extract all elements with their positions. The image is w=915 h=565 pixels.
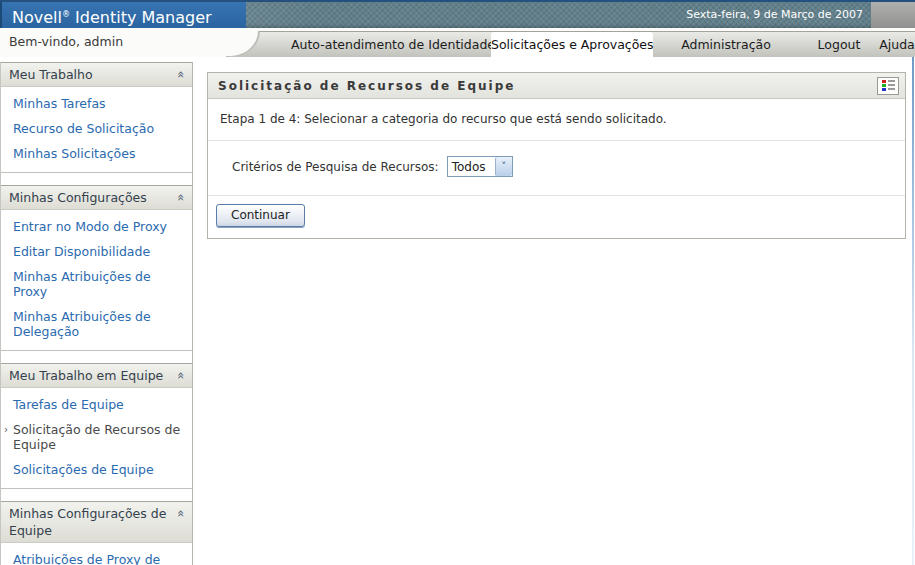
sidebar-item-my-tasks[interactable]: Minhas Tarefas [1,91,192,116]
tab-logout[interactable]: Logout [811,32,867,58]
welcome-message: Bem-vindo, admin [9,34,123,49]
current-date: Sexta-feira, 9 de Março de 2007 [686,8,863,21]
page: Novell® Identity Manager Sexta-feira, 9 … [0,0,915,565]
product-name: Identity Manager [75,8,212,27]
sidebar-header-my-team-work[interactable]: Meu Trabalho em Equipe « [1,363,192,388]
criteria-label: Critérios de Pesquisa de Recursos: [232,160,439,174]
sidebar-header-my-settings[interactable]: Minhas Configurações « [1,185,192,210]
top-header-bar: Novell® Identity Manager Sexta-feira, 9 … [0,0,915,28]
sidebar-header-my-team-settings[interactable]: Minhas Configurações de Equipe « [1,501,192,543]
team-resource-request-portlet: Solicitação de Recursos de Equipe Etapa … [207,72,906,239]
continue-button[interactable]: Continuar [216,204,305,227]
select-current-value: Todos [448,157,495,176]
sidebar-section-my-settings: Minhas Configurações « Entrar no Modo de… [1,185,192,351]
sidebar-item-team-tasks[interactable]: Tarefas de Equipe [1,392,192,417]
novell-logo: Novell® Identity Manager [0,2,246,28]
sidebar-header-my-work[interactable]: Meu Trabalho « [1,62,192,87]
collapse-chevron-icon[interactable]: « [175,71,190,79]
section-title: Minhas Configurações de Equipe [9,505,178,539]
sidebar-section-my-team-settings: Minhas Configurações de Equipe « Atribui… [1,501,192,565]
sidebar-section-my-team-work: Meu Trabalho em Equipe « Tarefas de Equi… [1,363,192,489]
resource-search-criteria-select[interactable]: Todos ˅ [447,156,513,177]
sidebar-item-my-proxy-assignments[interactable]: Minhas Atribuições de Proxy [1,264,192,304]
sidebar-item-enter-proxy-mode[interactable]: Entrar no Modo de Proxy [1,214,192,239]
portlet-grid-icon-glyph [882,80,895,91]
criteria-row: Critérios de Pesquisa de Recursos: Todos… [208,141,905,195]
sidebar-item-label: Solicitação de Recursos de Equipe [13,422,180,452]
sidebar-item-edit-availability[interactable]: Editar Disponibilidade [1,239,192,264]
brand-name: Novell [12,8,62,27]
section-title: Meu Trabalho [9,66,93,83]
actions-row: Continuar [208,195,905,238]
tab-requests-approvals[interactable]: Solicitações e Aprovações [491,32,653,58]
wizard-step-text: Etapa 1 de 4: Selecionar a categoria do … [208,99,905,141]
header-right-gray-block [871,2,915,28]
tab-administration[interactable]: Administração [671,32,781,58]
sidebar-item-team-requests[interactable]: Solicitações de Equipe [1,457,192,482]
section-title: Minhas Configurações [9,189,147,206]
sidebar-item-my-delegation-assignments[interactable]: Minhas Atribuições de Delegação [1,304,192,344]
sidebar-item-team-resource-request-current[interactable]: › Solicitação de Recursos de Equipe [1,417,192,457]
sidebar-item-team-proxy-assignments[interactable]: Atribuições de Proxy de Equipe [1,547,192,565]
tab-identity-self-service[interactable]: Auto-atendimento de Identidade [273,32,513,58]
collapse-chevron-icon[interactable]: « [175,510,190,518]
section-items: Entrar no Modo de Proxy Editar Disponibi… [1,210,192,350]
selected-item-marker: › [4,422,8,437]
right-edge-decoration [912,57,914,565]
collapse-chevron-icon[interactable]: « [175,194,190,202]
registered-mark: ® [62,10,70,19]
portlet-grid-icon[interactable] [877,77,899,95]
tab-help[interactable]: Ajuda [877,32,915,58]
sidebar-navigation: Meu Trabalho « Minhas Tarefas Recurso de… [0,62,193,565]
sidebar-item-request-resource[interactable]: Recurso de Solicitação [1,116,192,141]
sidebar-item-my-requests[interactable]: Minhas Solicitações [1,141,192,166]
section-items: Atribuições de Proxy de Equipe Atribuiçõ… [1,543,192,565]
section-title: Meu Trabalho em Equipe [9,367,163,384]
portlet-title-bar: Solicitação de Recursos de Equipe [208,73,905,99]
section-items: Minhas Tarefas Recurso de Solicitação Mi… [1,87,192,172]
tab-bar: Auto-atendimento de Identidade Solicitaç… [232,31,915,57]
collapse-chevron-icon[interactable]: « [175,372,190,380]
chevron-down-icon[interactable]: ˅ [495,157,512,176]
sidebar-section-my-work: Meu Trabalho « Minhas Tarefas Recurso de… [1,62,192,173]
portlet-title: Solicitação de Recursos de Equipe [218,79,515,93]
section-items: Tarefas de Equipe › Solicitação de Recur… [1,388,192,488]
